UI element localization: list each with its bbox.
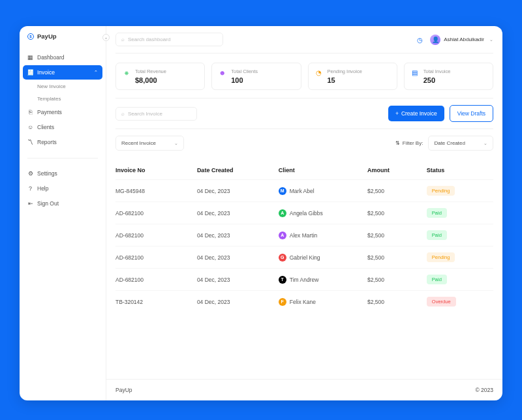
pending-icon: ◔ (315, 68, 323, 77)
logo: $ PayUp ‹ (20, 33, 106, 46)
client-name: Felix Kane (290, 299, 316, 305)
user-menu[interactable]: 👤 Ashiat Abdulkadir ⌄ (430, 35, 493, 45)
status-cell: Pending (427, 252, 493, 262)
search-invoice-input[interactable]: ⌕Search Invoice (115, 107, 197, 121)
stat-revenue: ⎈Total Revenue$8,000 (115, 63, 205, 90)
footer: PayUp © 2023 (106, 379, 502, 400)
client-cell: AAngela Gibbs (279, 209, 367, 217)
nav-new-invoice[interactable]: New Invoice (23, 80, 102, 93)
date-created-select[interactable]: Date Created⌄ (428, 136, 493, 151)
date-created: 04 Dec, 2023 (197, 277, 279, 283)
amount: $2,500 (367, 188, 427, 194)
avatar: 👤 (430, 35, 440, 45)
status-badge: Pending (427, 186, 455, 196)
actions-row: ⌕Search Invoice +Create Invoice View Dra… (106, 98, 502, 128)
table-header: Invoice No Date Created Client Amount St… (115, 161, 493, 179)
gear-icon: ⚙ (27, 171, 33, 177)
table-row[interactable]: TB-320142 04 Dec, 2023 FFelix Kane $2,50… (115, 290, 493, 312)
date-created: 04 Dec, 2023 (197, 232, 279, 239)
nav-signout[interactable]: ⇤Sign Out (23, 196, 102, 211)
chevron-up-icon: ⌃ (94, 70, 98, 75)
amount: $2,500 (367, 232, 427, 239)
sidebar: $ PayUp ‹ ▦Dashboard 🧾Invoice⌃ New Invoi… (20, 26, 106, 400)
status-cell: Paid (427, 208, 493, 218)
clients-stat-icon: ☻ (218, 68, 226, 77)
table-row[interactable]: AD-682100 04 Dec, 2023 AAlex Martin $2,5… (115, 224, 493, 246)
status-cell: Pending (427, 186, 493, 196)
logo-icon: $ (27, 33, 34, 40)
client-avatar: F (279, 298, 286, 306)
user-name: Ashiat Abdulkadir (444, 37, 484, 42)
plus-icon: + (395, 110, 399, 117)
nav-dashboard[interactable]: ▦Dashboard (23, 50, 102, 65)
client-name: Alex Martin (290, 232, 318, 239)
topbar: ⌕Search dashboard ◷ 👤 Ashiat Abdulkadir … (106, 26, 502, 53)
signout-icon: ⇤ (27, 201, 33, 207)
chevron-down-icon: ⌄ (489, 37, 493, 42)
nav-payments[interactable]: ⎘Payments (23, 105, 102, 119)
date-created: 04 Dec, 2023 (197, 299, 279, 305)
invoice-no: AD-682100 (115, 232, 197, 239)
view-drafts-button[interactable]: View Drafts (450, 105, 493, 122)
date-created: 04 Dec, 2023 (197, 254, 279, 261)
invoice-no: AD-682100 (115, 254, 197, 261)
invoice-no: TB-320142 (115, 299, 197, 305)
search-dashboard-input[interactable]: ⌕Search dashboard (115, 33, 223, 46)
dashboard-icon: ▦ (27, 55, 33, 61)
invoice-no: AD-682100 (115, 277, 197, 283)
amount: $2,500 (367, 254, 427, 261)
payments-icon: ⎘ (27, 110, 33, 115)
filters-row: Recent Invoice⌄ ⇅Filter By: Date Created… (106, 129, 502, 157)
status-cell: Paid (427, 275, 493, 284)
status-badge: Overdue (427, 297, 456, 307)
chevron-down-icon: ⌄ (174, 141, 178, 146)
status-cell: Paid (427, 230, 493, 240)
total-invoice-icon: ▤ (410, 68, 419, 77)
nav-templates[interactable]: Templates (23, 93, 102, 105)
clients-icon: ☺ (27, 125, 33, 130)
client-avatar: M (279, 187, 286, 195)
primary-nav: ▦Dashboard 🧾Invoice⌃ New Invoice Templat… (20, 46, 106, 154)
create-invoice-button[interactable]: +Create Invoice (388, 106, 444, 121)
chevron-down-icon: ⌄ (484, 141, 487, 146)
invoice-table: Invoice No Date Created Client Amount St… (106, 157, 502, 379)
table-row[interactable]: MG-845948 04 Dec, 2023 MMark Abel $2,500… (115, 179, 493, 202)
table-row[interactable]: AD-682100 04 Dec, 2023 GGabriel King $2,… (115, 246, 493, 268)
stat-total: ▤Total Invoice250 (404, 63, 493, 90)
client-name: Tim Andrew (290, 277, 319, 283)
stat-clients: ☻Total Clients100 (211, 63, 301, 90)
client-name: Gabriel King (290, 254, 320, 261)
client-cell: AAlex Martin (279, 232, 367, 239)
filter-icon: ⇅ (395, 140, 400, 146)
nav-divider (27, 158, 98, 158)
brand-name: PayUp (37, 33, 57, 40)
nav-help[interactable]: ?Help (23, 181, 102, 196)
nav-clients[interactable]: ☺Clients (23, 120, 102, 134)
recent-invoice-select[interactable]: Recent Invoice⌄ (115, 136, 184, 151)
nav-invoice[interactable]: 🧾Invoice⌃ (23, 65, 102, 80)
client-cell: GGabriel King (279, 254, 367, 262)
app-window: $ PayUp ‹ ▦Dashboard 🧾Invoice⌃ New Invoi… (20, 26, 502, 400)
client-name: Mark Abel (290, 188, 315, 194)
date-created: 04 Dec, 2023 (197, 188, 279, 194)
table-row[interactable]: AD-682100 04 Dec, 2023 AAngela Gibbs $2,… (115, 202, 493, 224)
client-avatar: A (279, 209, 286, 217)
nav-settings[interactable]: ⚙Settings (23, 166, 102, 181)
client-cell: MMark Abel (279, 187, 367, 195)
nav-reports[interactable]: 〽Reports (23, 135, 102, 149)
status-cell: Overdue (427, 297, 493, 307)
collapse-sidebar-button[interactable]: ‹ (102, 34, 110, 41)
client-avatar: A (279, 232, 286, 239)
client-cell: TTim Andrew (279, 276, 367, 284)
client-avatar: T (279, 276, 286, 284)
status-badge: Pending (427, 252, 455, 262)
status-badge: Paid (427, 275, 447, 284)
amount: $2,500 (367, 277, 427, 283)
invoice-no: MG-845948 (115, 188, 197, 194)
status-badge: Paid (427, 208, 447, 218)
help-icon: ? (27, 186, 33, 192)
notification-icon[interactable]: ◷ (417, 37, 423, 43)
amount: $2,500 (367, 210, 427, 217)
table-row[interactable]: AD-682100 04 Dec, 2023 TTim Andrew $2,50… (115, 268, 493, 290)
client-cell: FFelix Kane (279, 298, 367, 306)
